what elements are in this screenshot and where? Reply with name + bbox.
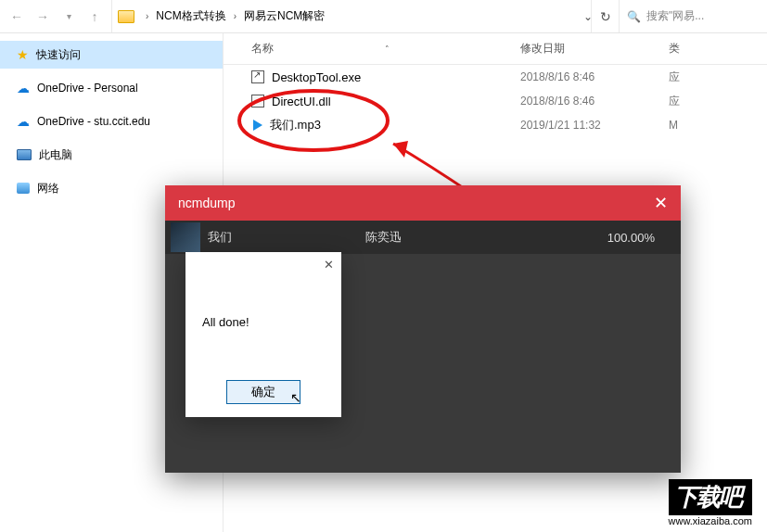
star-icon: ★	[17, 47, 29, 62]
close-icon[interactable]: ✕	[654, 193, 668, 213]
close-icon[interactable]: ✕	[324, 258, 334, 272]
cloud-icon: ☁	[17, 114, 30, 129]
alldone-message: All done!	[202, 315, 249, 329]
ncmdump-title: ncmdump	[178, 196, 235, 210]
file-type: 应	[669, 94, 767, 109]
sidebar-item-label: 快速访问	[36, 47, 81, 63]
breadcrumb-item[interactable]: 网易云NCM解密	[242, 8, 326, 24]
sidebar-item-label: 此电脑	[39, 147, 72, 163]
progress-percent: 100.00%	[607, 231, 655, 245]
sidebar-item-label: OneDrive - Personal	[37, 82, 138, 95]
nav-recent-icon[interactable]: ▾	[56, 4, 82, 30]
watermark-badge: 下载吧	[669, 479, 752, 515]
file-row[interactable]: DirectUI.dll 2018/8/16 8:46 应	[224, 89, 767, 113]
chevron-right-icon: ›	[228, 11, 242, 21]
chevron-right-icon: ›	[140, 11, 154, 21]
watermark-url: www.xiazaiba.com	[669, 515, 752, 526]
nav-back-icon[interactable]: ←	[4, 4, 30, 30]
file-name-label: DesktopTool.exe	[272, 70, 361, 84]
alldone-dialog: ✕ All done! 确定 ↖	[185, 252, 341, 417]
breadcrumb-item[interactable]: NCM格式转换	[154, 8, 227, 24]
watermark: 下载吧 www.xiazaiba.com	[669, 479, 752, 526]
address-bar: ← → ▾ ↑ › NCM格式转换 › 网易云NCM解密 ⌄ ↻ 🔍 搜索"网易…	[0, 0, 767, 33]
search-placeholder: 搜索"网易...	[646, 8, 704, 24]
nav-fwd-icon[interactable]: →	[30, 4, 56, 30]
pc-icon	[17, 149, 32, 160]
artist-name: 陈奕迅	[365, 229, 551, 246]
cloud-icon: ☁	[17, 81, 30, 95]
cursor-icon: ↖	[290, 390, 301, 405]
ncmdump-row[interactable]: 我们 陈奕迅 100.00%	[165, 221, 681, 254]
nav-up-icon[interactable]: ↑	[82, 4, 108, 30]
column-headers[interactable]: 名称 ˄ 修改日期 类	[224, 33, 767, 65]
dll-icon	[251, 95, 264, 108]
file-row[interactable]: DesktopTool.exe 2018/8/16 8:46 应	[224, 65, 767, 89]
breadcrumb[interactable]: › NCM格式转换 › 网易云NCM解密	[111, 0, 591, 32]
col-type[interactable]: 类	[669, 41, 767, 57]
song-name: 我们	[208, 229, 365, 246]
ncmdump-titlebar[interactable]: ncmdump ✕	[165, 185, 681, 221]
file-row[interactable]: 我们.mp3 2019/1/21 11:32 M	[224, 113, 767, 137]
network-icon	[17, 183, 30, 194]
ok-button-label: 确定	[251, 384, 275, 400]
refresh-icon[interactable]: ↻	[600, 9, 611, 24]
col-name[interactable]: 名称	[251, 41, 274, 57]
sidebar-item-thispc[interactable]: 此电脑	[0, 141, 223, 169]
file-date: 2019/1/21 11:32	[520, 119, 669, 132]
sidebar-item-label: 网络	[37, 181, 59, 196]
sidebar-item-onedrive-personal[interactable]: ☁ OneDrive - Personal	[0, 74, 223, 102]
folder-icon	[118, 10, 134, 23]
sort-caret-icon: ˄	[385, 44, 390, 54]
file-date: 2018/8/16 8:46	[520, 70, 669, 83]
file-name-label: DirectUI.dll	[272, 95, 331, 108]
file-date: 2018/8/16 8:46	[520, 95, 669, 108]
file-name-label: 我们.mp3	[270, 117, 321, 133]
exe-icon	[251, 70, 264, 83]
search-icon: 🔍	[627, 10, 641, 23]
col-date[interactable]: 修改日期	[520, 41, 669, 57]
search-input[interactable]: 🔍 搜索"网易...	[619, 0, 767, 32]
file-type: M	[669, 119, 767, 132]
sidebar-item-onedrive-school[interactable]: ☁ OneDrive - stu.ccit.edu	[0, 108, 223, 135]
file-type: 应	[669, 70, 767, 85]
ok-button[interactable]: 确定 ↖	[226, 380, 300, 404]
sidebar-item-label: OneDrive - stu.ccit.edu	[37, 115, 150, 128]
album-thumbnail	[171, 222, 200, 252]
audio-icon	[253, 120, 262, 131]
sidebar-item-quickaccess[interactable]: ★ 快速访问	[0, 41, 223, 69]
dropdown-caret-icon[interactable]: ⌄	[583, 10, 593, 23]
